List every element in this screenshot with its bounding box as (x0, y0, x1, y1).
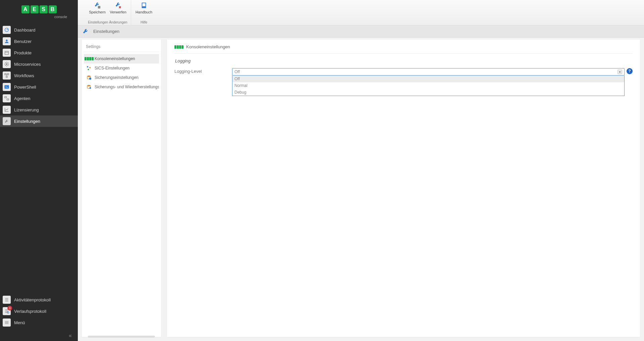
help-icon[interactable]: ? (627, 68, 633, 74)
sidebar-item-products[interactable]: Produkte (0, 47, 78, 58)
sidebar-item-label: Menü (14, 320, 25, 325)
tree-item-label: Sicherungseinstellungen (95, 75, 139, 80)
horizontal-scrollbar[interactable] (88, 336, 155, 337)
sidebar-item-label: Benutzer (14, 39, 32, 44)
section-heading: Logging (175, 58, 633, 63)
sidebar-item-label: Workflows (14, 73, 34, 78)
svg-point-16 (88, 69, 89, 70)
svg-rect-11 (98, 6, 100, 8)
ribbon-group-help: Handbuch Hilfe (131, 0, 157, 25)
sidebar-item-workflows[interactable]: Workflows (0, 70, 78, 81)
chevron-down-icon: ▾ (618, 69, 622, 74)
svg-rect-9 (7, 99, 9, 100)
mini-logo-icon (174, 45, 183, 49)
dropdown-option-label: Debug (234, 90, 246, 95)
sidebar-item-label: Produkte (14, 50, 32, 55)
ribbon-group-changes: Speichern Verwerfen Einstellungen Änderu… (85, 0, 131, 25)
panel-title-text: Konsoleneinstellungen (186, 44, 230, 49)
logo-letter: A (21, 5, 30, 13)
svg-point-14 (87, 66, 88, 67)
database-gear-icon (86, 84, 92, 90)
dropdown-option-label: Off (234, 77, 240, 81)
book-icon (139, 1, 149, 9)
logo-letter: B (49, 5, 57, 13)
sidebar-bottom-nav: Aktivitätenprotokoll 3 Verlaufsprotokoll… (0, 294, 78, 330)
sidebar-item-activity-log[interactable]: Aktivitätenprotokoll (0, 294, 78, 305)
sidebar-item-history-log[interactable]: 3 Verlaufsprotokoll (0, 305, 78, 317)
svg-rect-6 (6, 76, 7, 78)
save-label: Speichern (89, 10, 106, 14)
list-icon (3, 296, 11, 304)
sidebar-item-powershell[interactable]: PowerShell (0, 81, 78, 93)
tree-item-backup-settings[interactable]: Sicherungseinstellungen (84, 73, 159, 82)
sidebar-item-menu[interactable]: Menü (0, 317, 78, 328)
sidebar-item-dashboard[interactable]: Dashboard (0, 24, 78, 36)
sidebar-item-microservices[interactable]: Microservices (0, 58, 78, 70)
svg-rect-8 (5, 97, 6, 98)
select-current-value: Off (234, 69, 240, 74)
svg-rect-2 (5, 51, 9, 54)
wrench-icon (82, 28, 90, 36)
brand-logo: A E S B console (0, 0, 78, 24)
svg-point-19 (87, 85, 91, 86)
save-button[interactable]: Speichern (88, 1, 107, 14)
collapse-sidebar-button[interactable]: « (0, 330, 78, 341)
gear-icon (3, 60, 11, 68)
logo-subtitle: console (54, 15, 67, 19)
sidebar: A E S B console Dashboard Benutzer Produ… (0, 0, 78, 341)
tree-item-backup-restore-mgmt[interactable]: Sicherungs- und Wiederherstellungsverwal (84, 82, 159, 92)
notification-badge: 3 (7, 306, 12, 310)
svg-point-17 (87, 76, 91, 77)
svg-rect-5 (7, 74, 9, 75)
logging-level-dropdown: Off Normal Debug (232, 76, 625, 96)
sidebar-item-label: Einstellungen (14, 119, 40, 124)
sidebar-item-agents[interactable]: Agenten (0, 93, 78, 104)
manual-label: Handbuch (136, 10, 152, 14)
sidebar-nav: Dashboard Benutzer Produkte Microservice… (0, 24, 78, 127)
panel-title: Konsoleneinstellungen (174, 44, 633, 54)
box-icon (3, 49, 11, 57)
powershell-icon (3, 83, 11, 91)
svg-rect-13 (142, 3, 145, 6)
wrench-icon (3, 117, 11, 125)
sidebar-item-users[interactable]: Benutzer (0, 36, 78, 47)
svg-point-20 (90, 87, 91, 89)
ribbon-group-label: Einstellungen Änderungen (88, 20, 127, 25)
discard-button[interactable]: Verwerfen (109, 1, 127, 14)
mini-logo-icon (86, 56, 92, 62)
chart-icon (3, 106, 11, 114)
logging-level-select[interactable]: Off ▾ (232, 68, 625, 76)
dropdown-option-normal[interactable]: Normal (232, 82, 624, 89)
sidebar-item-settings[interactable]: Einstellungen (0, 115, 78, 127)
sidebar-item-label: Dashboard (14, 28, 36, 33)
logo-letter: S (40, 5, 48, 13)
dropdown-option-debug[interactable]: Debug (232, 89, 624, 96)
svg-point-1 (6, 40, 7, 41)
sidebar-item-licensing[interactable]: Lizensierung (0, 104, 78, 115)
workflow-icon (3, 71, 11, 80)
tree-item-label: Konsoleneinstellungen (95, 56, 135, 61)
sidebar-item-label: PowerShell (14, 85, 36, 90)
svg-rect-4 (5, 74, 6, 75)
settings-tree-header: Settings (84, 43, 159, 52)
sidebar-item-label: Agenten (14, 96, 30, 101)
logo-letter: E (31, 5, 39, 13)
tree-item-console-settings[interactable]: Konsoleneinstellungen (84, 54, 159, 63)
tree-item-sics-settings[interactable]: SICS-Einstellungen (84, 63, 159, 73)
save-icon (93, 1, 102, 9)
menu-icon (3, 319, 11, 327)
dropdown-option-off[interactable]: Off (232, 76, 624, 82)
field-label: Logging-Level (174, 68, 232, 74)
user-icon (3, 37, 11, 45)
discard-label: Verwerfen (110, 10, 126, 14)
ribbon-toolbar: Speichern Verwerfen Einstellungen Änderu… (78, 0, 644, 26)
agents-icon (3, 94, 11, 102)
content-area: Settings Konsoleneinstellungen SICS-Eins… (78, 38, 644, 341)
svg-point-15 (89, 67, 91, 68)
sidebar-item-label: Lizensierung (14, 107, 39, 112)
page-title: Einstellungen (93, 29, 119, 34)
manual-button[interactable]: Handbuch (135, 1, 153, 14)
discard-icon (113, 1, 123, 9)
tree-item-label: Sicherungs- und Wiederherstellungsverwal (95, 85, 159, 89)
logging-level-row: Logging-Level Off ▾ Off Normal Debug ? (174, 68, 633, 96)
